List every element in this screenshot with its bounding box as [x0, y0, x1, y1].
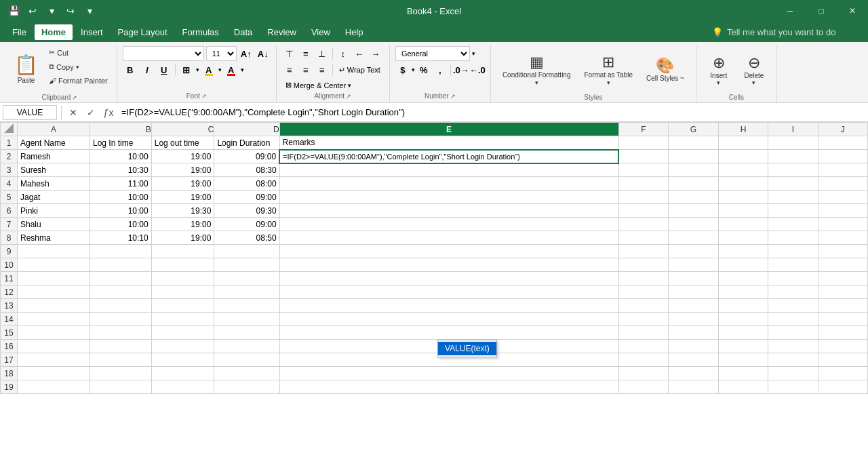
row-header-6[interactable]: 6 — [1, 204, 18, 218]
fill-color-button[interactable]: A — [201, 62, 216, 77]
cell-6-8[interactable] — [768, 204, 818, 218]
format-as-table-button[interactable]: ⊞ Format as Table ▾ — [578, 46, 639, 94]
cell-2-2[interactable]: 19:00 — [151, 150, 214, 163]
delete-button[interactable]: ⊖ Delete ▾ — [737, 46, 771, 94]
cell-9-1[interactable] — [90, 245, 152, 258]
cell-7-5[interactable] — [618, 218, 668, 231]
cell-1-6[interactable] — [669, 136, 719, 150]
font-size-select[interactable]: 11 — [206, 46, 237, 61]
border-dropdown[interactable]: ▾ — [196, 66, 199, 73]
cell-9-3[interactable] — [214, 245, 279, 258]
undo-qat-button[interactable]: ↩ — [24, 3, 41, 19]
merge-dropdown[interactable]: ▾ — [348, 82, 351, 89]
row-header-9[interactable]: 9 — [1, 245, 18, 258]
cell-18-1[interactable] — [90, 367, 152, 380]
menu-page-layout[interactable]: Page Layout — [111, 24, 174, 40]
row-header-13[interactable]: 13 — [1, 299, 18, 313]
cell-15-5[interactable] — [618, 326, 668, 340]
cell-11-7[interactable] — [718, 272, 768, 285]
underline-button[interactable]: U — [157, 62, 172, 77]
menu-help[interactable]: Help — [338, 24, 370, 40]
cell-12-4[interactable] — [279, 285, 618, 299]
cell-1-7[interactable] — [718, 136, 768, 150]
cell-4-0[interactable]: Mahesh — [18, 177, 90, 191]
cell-15-4[interactable] — [279, 326, 618, 340]
cell-2-8[interactable] — [768, 150, 818, 163]
cell-8-2[interactable]: 19:00 — [151, 231, 214, 245]
cell-14-5[interactable] — [618, 313, 668, 326]
cell-5-0[interactable]: Jagat — [18, 191, 90, 204]
cell-9-9[interactable] — [818, 245, 867, 258]
format-painter-button[interactable]: 🖌 Format Painter — [45, 75, 111, 87]
row-header-7[interactable]: 7 — [1, 218, 18, 231]
cell-5-1[interactable]: 10:00 — [90, 191, 152, 204]
cut-button[interactable]: ✂ Cut — [45, 46, 111, 59]
cell-5-3[interactable]: 09:00 — [214, 191, 279, 204]
cell-13-6[interactable] — [669, 299, 719, 313]
cell-14-2[interactable] — [151, 313, 214, 326]
cell-2-9[interactable] — [818, 150, 867, 163]
clipboard-expand-icon[interactable]: ↗ — [72, 94, 77, 101]
decrease-decimal-button[interactable]: ←.0 — [470, 62, 485, 77]
row-header-12[interactable]: 12 — [1, 285, 18, 299]
cell-16-6[interactable] — [669, 340, 719, 353]
cell-6-3[interactable]: 09:30 — [214, 204, 279, 218]
merge-center-button[interactable]: ⊠ Merge & Center ▾ — [282, 79, 355, 92]
row-header-1[interactable]: 1 — [1, 136, 18, 150]
cell-19-4[interactable] — [279, 380, 618, 394]
cell-6-7[interactable] — [718, 204, 768, 218]
row-header-3[interactable]: 3 — [1, 163, 18, 177]
cell-4-3[interactable]: 08:00 — [214, 177, 279, 191]
accounting-button[interactable]: $ — [395, 62, 410, 77]
customize-qat-button[interactable]: ▾ — [81, 3, 98, 19]
menu-view[interactable]: View — [304, 24, 337, 40]
cell-15-6[interactable] — [669, 326, 719, 340]
cell-11-9[interactable] — [818, 272, 867, 285]
cell-16-0[interactable] — [18, 340, 90, 353]
cell-6-6[interactable] — [669, 204, 719, 218]
menu-formulas[interactable]: Formulas — [176, 24, 226, 40]
cell-16-2[interactable] — [151, 340, 214, 353]
confirm-formula-button[interactable]: ✓ — [83, 105, 98, 120]
cell-4-7[interactable] — [718, 177, 768, 191]
cell-1-0[interactable]: Agent Name — [18, 136, 90, 150]
cell-17-3[interactable] — [214, 353, 279, 367]
cell-8-9[interactable] — [818, 231, 867, 245]
cell-1-8[interactable] — [768, 136, 818, 150]
cell-3-1[interactable]: 10:30 — [90, 163, 152, 177]
paste-button[interactable]: 📋 Paste — [8, 46, 44, 94]
cell-3-8[interactable] — [768, 163, 818, 177]
comma-button[interactable]: , — [433, 62, 448, 77]
cell-13-5[interactable] — [618, 299, 668, 313]
cell-19-6[interactable] — [669, 380, 719, 394]
cell-5-2[interactable]: 19:00 — [151, 191, 214, 204]
cell-17-6[interactable] — [669, 353, 719, 367]
cell-16-9[interactable] — [818, 340, 867, 353]
align-top-button[interactable]: ⊤ — [282, 46, 297, 61]
cell-8-6[interactable] — [669, 231, 719, 245]
font-decrease-btn[interactable]: A↓ — [256, 46, 271, 61]
cell-8-1[interactable]: 10:10 — [90, 231, 152, 245]
cell-16-5[interactable] — [618, 340, 668, 353]
cell-5-7[interactable] — [718, 191, 768, 204]
cell-16-1[interactable] — [90, 340, 152, 353]
cell-styles-button[interactable]: 🎨 Cell Styles ~ — [640, 46, 690, 94]
row-header-5[interactable]: 5 — [1, 191, 18, 204]
cell-8-0[interactable]: Reshma — [18, 231, 90, 245]
align-right-button[interactable]: ≡ — [315, 62, 330, 77]
menu-insert[interactable]: Insert — [74, 24, 110, 40]
row-header-18[interactable]: 18 — [1, 367, 18, 380]
cell-14-7[interactable] — [718, 313, 768, 326]
row-header-8[interactable]: 8 — [1, 231, 18, 245]
cell-13-9[interactable] — [818, 299, 867, 313]
cell-19-8[interactable] — [768, 380, 818, 394]
cell-17-2[interactable] — [151, 353, 214, 367]
cell-11-4[interactable] — [279, 272, 618, 285]
cell-4-6[interactable] — [669, 177, 719, 191]
cell-4-4[interactable] — [279, 177, 618, 191]
row-header-11[interactable]: 11 — [1, 272, 18, 285]
cell-15-1[interactable] — [90, 326, 152, 340]
cell-17-5[interactable] — [618, 353, 668, 367]
conditional-formatting-button[interactable]: ▦ Conditional Formatting ▾ — [496, 46, 577, 94]
cell-7-6[interactable] — [669, 218, 719, 231]
